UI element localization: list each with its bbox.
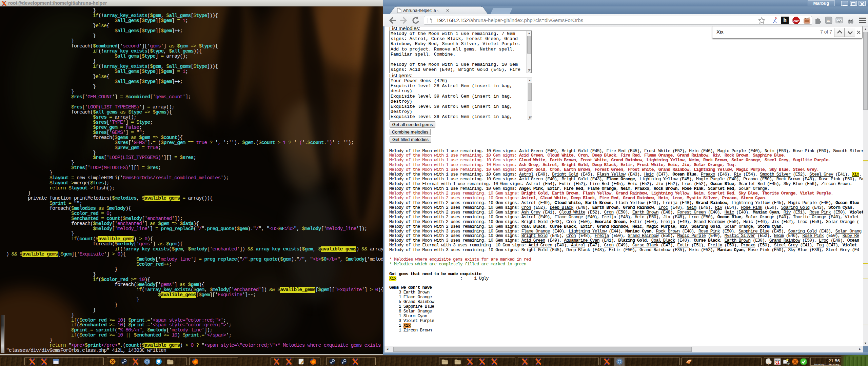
svg-text:as: as: [827, 19, 830, 22]
svg-text:CSS: CSS: [836, 18, 842, 21]
svg-text:ABP: ABP: [793, 19, 799, 22]
